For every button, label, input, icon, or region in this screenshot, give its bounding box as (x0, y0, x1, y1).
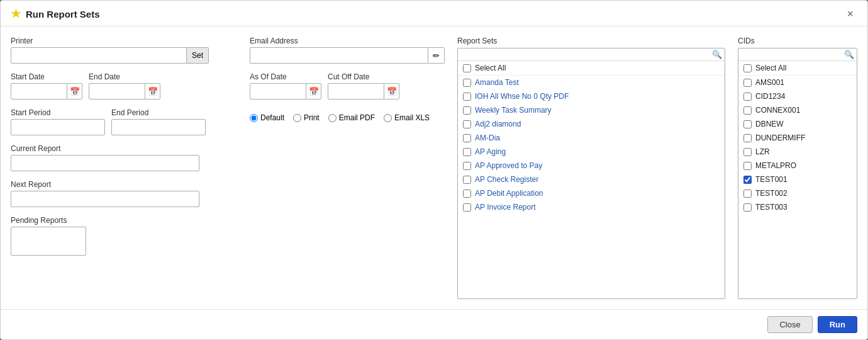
cids-item-dundermiff[interactable]: DUNDERMIFF (738, 131, 857, 145)
email-field-group: Email Address ✏ (250, 37, 445, 64)
report-sets-select-all-checkbox[interactable] (463, 64, 471, 72)
radio-default-input[interactable] (250, 114, 258, 122)
report-sets-checkbox-weekly-task[interactable] (463, 106, 471, 115)
cids-item-lzr[interactable]: LZR (738, 145, 857, 159)
report-sets-item-am-dia[interactable]: AM-Dia (458, 131, 725, 145)
start-date-calendar-button[interactable]: 📅 (67, 83, 82, 99)
email-input[interactable] (250, 47, 428, 64)
cids-item-test001[interactable]: TEST001 (738, 173, 857, 186)
cids-checkbox-lzr[interactable] (743, 148, 752, 156)
cids-search-input[interactable] (741, 50, 844, 59)
dialog-close-button[interactable]: × (843, 7, 857, 21)
end-period-input[interactable] (111, 119, 206, 135)
cids-select-all[interactable]: Select All (738, 61, 857, 76)
report-sets-checkbox-adj2-diamond[interactable] (463, 120, 471, 128)
cids-item-metalpro[interactable]: METALPRO (738, 159, 857, 173)
cids-checkbox-connex001[interactable] (743, 106, 752, 115)
date-row-2: As Of Date / / 📅 Cut Off Date / / 📅 (250, 72, 445, 99)
cids-item-test002[interactable]: TEST002 (738, 186, 857, 200)
radio-default[interactable]: Default (250, 113, 284, 122)
cids-item-dbnew[interactable]: DBNEW (738, 117, 857, 131)
cut-off-date-field-group: Cut Off Date / / 📅 (328, 72, 399, 99)
cids-checkbox-ams001[interactable] (743, 79, 752, 87)
cut-off-date-input[interactable]: / / (328, 83, 384, 99)
report-sets-checkbox-amanda-test[interactable] (463, 79, 471, 87)
cids-section: CIDs 🔍 Select All AMS001CID1234CONNEX001… (738, 37, 857, 299)
start-date-input[interactable]: / / (11, 83, 67, 99)
footer-run-button[interactable]: Run (818, 316, 857, 333)
as-of-date-calendar-button[interactable]: 📅 (306, 83, 321, 99)
pending-reports-field-group: Pending Reports (11, 216, 237, 256)
cids-item-label-dbnew: DBNEW (755, 120, 784, 128)
report-sets-item-ap-approved[interactable]: AP Approved to Pay (458, 159, 725, 173)
cids-checkbox-test001[interactable] (743, 176, 752, 184)
next-report-input[interactable] (11, 191, 199, 207)
email-input-wrapper: ✏ (250, 47, 445, 64)
report-sets-list: 🔍 Select All Amanda TestIOH All Whse No … (457, 48, 725, 299)
cids-checkbox-cid1234[interactable] (743, 93, 752, 101)
report-sets-checkbox-ap-invoice[interactable] (463, 203, 471, 212)
printer-input[interactable] (11, 47, 187, 64)
report-sets-select-all-label: Select All (475, 64, 506, 72)
report-sets-item-label-ap-invoice: AP Invoice Report (475, 203, 536, 212)
cids-checkbox-test002[interactable] (743, 190, 752, 198)
cids-select-all-label: Select All (755, 64, 786, 72)
report-sets-item-ap-aging[interactable]: AP Aging (458, 145, 725, 159)
report-sets-item-label-ap-approved: AP Approved to Pay (475, 161, 542, 170)
radio-email-pdf-input[interactable] (328, 114, 337, 122)
report-sets-checkbox-ioh-all-whse[interactable] (463, 93, 471, 101)
as-of-date-input[interactable]: / / (250, 83, 306, 99)
radio-print[interactable]: Print (293, 113, 320, 122)
radio-email-xls-input[interactable] (384, 114, 392, 122)
report-sets-item-adj2-diamond[interactable]: Adj2 diamond (458, 117, 725, 131)
radio-email-xls-label: Email XLS (394, 113, 430, 122)
cids-select-all-checkbox[interactable] (743, 64, 752, 72)
report-sets-item-label-ioh-all-whse: IOH All Whse No 0 Qty PDF (475, 92, 569, 101)
report-sets-list-body: Select All Amanda TestIOH All Whse No 0 … (458, 61, 725, 275)
printer-set-button[interactable]: Set (187, 47, 209, 64)
pending-reports-input[interactable] (11, 227, 86, 256)
cids-checkbox-metalpro[interactable] (743, 162, 752, 170)
end-date-calendar-button[interactable]: 📅 (145, 83, 160, 99)
radio-email-pdf[interactable]: Email PDF (328, 113, 375, 122)
printer-input-wrapper: Set (11, 47, 237, 64)
report-sets-checkbox-ap-approved[interactable] (463, 162, 471, 170)
dialog-title-text: Run Report Sets (26, 9, 100, 20)
report-sets-item-label-ap-check: AP Check Register (475, 175, 538, 184)
report-sets-item-label-ap-aging: AP Aging (475, 147, 506, 156)
report-sets-item-ap-check[interactable]: AP Check Register (458, 173, 725, 186)
report-sets-item-ioh-all-whse[interactable]: IOH All Whse No 0 Qty PDF (458, 89, 725, 103)
cids-checkbox-test003[interactable] (743, 203, 752, 212)
current-report-input[interactable] (11, 155, 199, 171)
start-period-input[interactable] (11, 119, 105, 135)
cids-item-label-ams001: AMS001 (755, 78, 784, 87)
cids-checkbox-dbnew[interactable] (743, 120, 752, 128)
report-sets-select-all[interactable]: Select All (458, 61, 725, 76)
start-period-field-group: Start Period (11, 108, 105, 135)
radio-print-input[interactable] (293, 114, 301, 122)
cids-item-connex001[interactable]: CONNEX001 (738, 103, 857, 117)
footer-close-button[interactable]: Close (767, 316, 812, 333)
current-report-label: Current Report (11, 144, 237, 153)
cids-item-label-test003: TEST003 (755, 203, 787, 212)
report-sets-item-amanda-test[interactable]: Amanda Test (458, 76, 725, 89)
report-sets-item-weekly-task[interactable]: Weekly Task Summary (458, 103, 725, 117)
report-sets-checkbox-ap-check[interactable] (463, 176, 471, 184)
cut-off-date-calendar-button[interactable]: 📅 (384, 83, 399, 99)
radio-email-xls[interactable]: Email XLS (384, 113, 430, 122)
report-sets-item-ap-invoice[interactable]: AP Invoice Report (458, 200, 725, 214)
cids-label: CIDs (738, 37, 857, 45)
cids-item-ams001[interactable]: AMS001 (738, 76, 857, 89)
cids-item-cid1234[interactable]: CID1234 (738, 89, 857, 103)
report-sets-checkbox-am-dia[interactable] (463, 134, 471, 142)
report-sets-search-input[interactable] (460, 50, 712, 59)
cids-item-test003[interactable]: TEST003 (738, 200, 857, 214)
as-of-date-field-group: As Of Date / / 📅 (250, 72, 321, 99)
cids-checkbox-dundermiff[interactable] (743, 134, 752, 142)
email-edit-button[interactable]: ✏ (428, 47, 445, 64)
end-date-input[interactable]: / / (89, 83, 145, 99)
report-sets-checkbox-ap-aging[interactable] (463, 148, 471, 156)
report-sets-item-label-adj2-diamond: Adj2 diamond (475, 120, 521, 128)
report-sets-checkbox-ap-debit[interactable] (463, 190, 471, 198)
report-sets-item-ap-debit[interactable]: AP Debit Application (458, 186, 725, 200)
